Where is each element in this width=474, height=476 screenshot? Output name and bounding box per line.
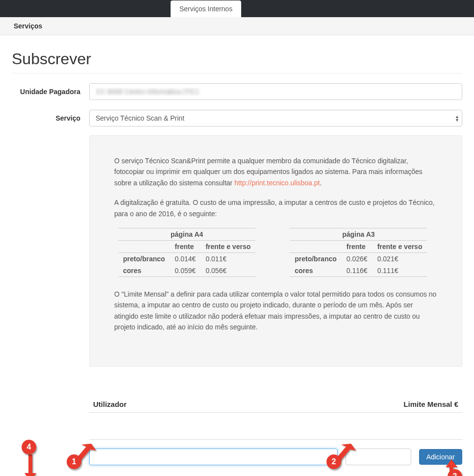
a4-row-cores: cores <box>118 265 170 277</box>
sub-nav: Serviços <box>0 17 474 35</box>
page-title: Subscrever <box>12 50 462 74</box>
a3-cores-frente: 0.116€ <box>342 265 373 277</box>
a3-title: página A3 <box>290 228 427 240</box>
utilizador-input[interactable] <box>89 449 338 465</box>
a4-title: página A4 <box>118 228 255 240</box>
info-text-2: A digitalização é gratuíta. O custo de u… <box>114 197 437 219</box>
users-table-header: Utilizador Limite Mensal € <box>89 396 462 413</box>
a3-pb-frente: 0.026€ <box>342 252 373 265</box>
a4-pb-verso: 0.011€ <box>200 252 255 265</box>
svg-marker-3 <box>25 454 36 476</box>
a4-cores-frente: 0.059€ <box>170 265 201 277</box>
top-nav: Serviços Internos <box>0 0 474 17</box>
price-table-a3: página A3 frente frente e verso preto/br… <box>290 228 427 277</box>
col-utilizador: Utilizador <box>93 400 380 408</box>
a4-row-pb: preto/branco <box>118 252 170 265</box>
a3-row-cores: cores <box>290 265 342 277</box>
info-link[interactable]: http://print.tecnico.ulisboa.pt <box>234 179 320 187</box>
marker-1: 1 <box>67 454 81 469</box>
servico-select[interactable]: Serviço Técnico Scan & Print <box>89 110 462 126</box>
a3-header-verso: frente e verso <box>373 240 427 252</box>
a4-cores-verso: 0.056€ <box>200 265 255 277</box>
a3-header-frente: frente <box>342 240 373 252</box>
info-text-1b: . <box>320 179 322 187</box>
a4-header-frente: frente <box>170 240 201 252</box>
a3-row-pb: preto/branco <box>290 252 342 265</box>
unidade-pagadora-input[interactable] <box>89 83 462 100</box>
a3-pb-verso: 0.021€ <box>373 252 427 265</box>
arrow-4-icon <box>24 454 37 476</box>
a4-header-verso: frente e verso <box>200 240 255 252</box>
subnav-servicos[interactable]: Serviços <box>14 22 42 30</box>
label-servico: Serviço <box>12 114 89 122</box>
a4-pb-frente: 0.014€ <box>170 252 201 265</box>
marker-2: 2 <box>326 454 341 469</box>
tab-servicos-internos[interactable]: Serviços Internos <box>171 0 241 17</box>
marker-4: 4 <box>22 440 36 454</box>
a3-cores-verso: 0.111€ <box>373 265 427 277</box>
info-text-3: O "Limite Mensal" a definir para cada ut… <box>114 289 437 333</box>
col-limite-mensal: Limite Mensal € <box>380 400 458 408</box>
add-user-row: Adicionar 1 2 3 <box>89 439 462 465</box>
price-table-a4: página A4 frente frente e verso preto/br… <box>118 228 255 277</box>
label-unidade-pagadora: Unidade Pagadora <box>12 88 89 96</box>
service-info-box: O serviço Técnico Scan&Print permite a q… <box>89 135 462 367</box>
